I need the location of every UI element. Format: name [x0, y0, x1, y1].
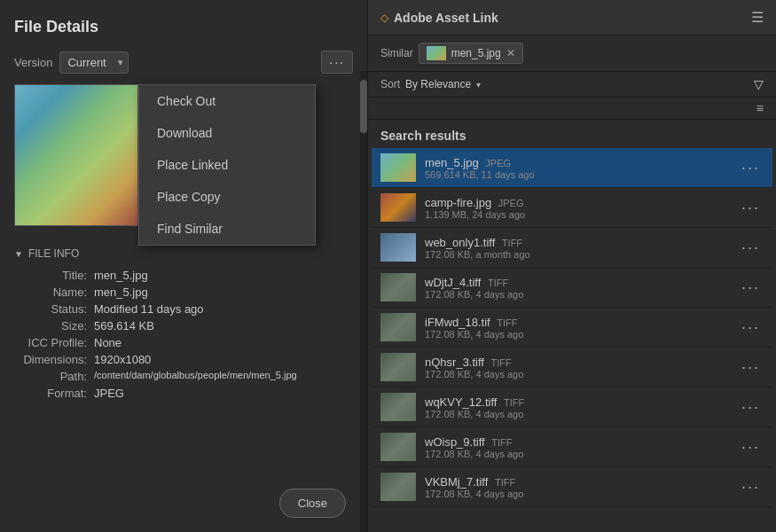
menu-item-checkout[interactable]: Check Out — [139, 85, 315, 117]
info-value: /content/dam/globalbus/people/men/men_5.… — [94, 370, 353, 383]
result-item[interactable]: wOisp_9.tiff TIFF172.08 KB, 4 days ago··… — [372, 427, 772, 467]
result-name: wqKVY_12.tiff TIFF — [425, 395, 738, 409]
result-name: VKBMj_7.tiff TIFF — [425, 475, 738, 489]
result-meta: 172.08 KB, 4 days ago — [425, 449, 738, 459]
asset-link-icon: ◇ — [380, 12, 388, 24]
menu-item-download[interactable]: Download — [139, 117, 315, 149]
scrollbar-track[interactable] — [360, 71, 367, 532]
result-info: wOisp_9.tiff TIFF172.08 KB, 4 days ago — [425, 435, 738, 459]
result-thumbnail — [380, 353, 416, 381]
result-thumbnail — [380, 433, 416, 461]
result-info: men_5.jpg JPEG569.614 KB, 11 days ago — [425, 156, 738, 180]
info-label: Path: — [14, 370, 94, 383]
result-item[interactable]: wDjtJ_4.tiff TIFF172.08 KB, 4 days ago··… — [372, 268, 772, 308]
result-info: nQhsr_3.tiff TIFF172.08 KB, 4 days ago — [425, 356, 738, 379]
version-label: Version — [14, 56, 52, 69]
left-panel: File Details Version Current ··· Check O… — [0, 0, 368, 532]
result-meta: 172.08 KB, 4 days ago — [425, 289, 738, 300]
close-button[interactable]: Close — [279, 489, 346, 518]
info-value: None — [94, 336, 353, 349]
result-info: camp-fire.jpg JPEG1.139 MB, 24 days ago — [425, 196, 738, 220]
similar-row: Similar men_5.jpg ✕ — [368, 35, 776, 72]
menu-item-find-similar[interactable]: Find Similar — [139, 213, 315, 245]
file-info-label: FILE INFO — [28, 247, 79, 260]
info-label: Format: — [14, 387, 94, 400]
similar-tag-chip: men_5.jpg ✕ — [419, 43, 523, 64]
result-more-button[interactable]: ··· — [738, 478, 764, 497]
tag-thumbnail — [427, 46, 446, 60]
file-image — [14, 84, 138, 226]
info-label: Size: — [14, 319, 94, 332]
file-info-header[interactable]: ▼ FILE INFO — [14, 247, 353, 260]
result-info: wqKVY_12.tiff TIFF172.08 KB, 4 days ago — [425, 395, 738, 419]
result-thumbnail — [380, 193, 416, 222]
menu-item-place-linked[interactable]: Place Linked — [139, 149, 315, 181]
result-meta: 172.08 KB, 4 days ago — [425, 409, 738, 419]
sort-filter-row: Sort By Relevance ▾ ▽ — [368, 72, 776, 98]
info-label: ICC Profile: — [14, 336, 94, 349]
version-select[interactable]: Current — [59, 51, 129, 74]
file-info-section: ▼ FILE INFO Title:men_5.jpgName:men_5.jp… — [14, 247, 353, 400]
info-label: Status: — [14, 302, 94, 316]
result-info: web_only1.tiff TIFF172.08 KB, a month ag… — [425, 236, 738, 260]
result-thumbnail — [380, 393, 416, 421]
sort-label: Sort — [380, 78, 400, 90]
result-item[interactable]: wqKVY_12.tiff TIFF172.08 KB, 4 days ago·… — [372, 387, 772, 427]
info-value: JPEG — [94, 387, 353, 400]
result-more-button[interactable]: ··· — [738, 278, 764, 297]
result-name: wDjtJ_4.tiff TIFF — [425, 276, 738, 289]
result-name: wOisp_9.tiff TIFF — [425, 435, 738, 449]
info-value: 1920x1080 — [94, 353, 353, 366]
collapse-arrow: ▼ — [14, 249, 23, 259]
right-panel-title: Adobe Asset Link — [394, 11, 498, 25]
result-name: web_only1.tiff TIFF — [425, 236, 738, 249]
result-item[interactable]: camp-fire.jpg JPEG1.139 MB, 24 days ago·… — [372, 188, 772, 228]
result-more-button[interactable]: ··· — [738, 398, 764, 417]
result-thumbnail — [380, 473, 416, 501]
result-more-button[interactable]: ··· — [738, 239, 764, 257]
result-meta: 569.614 KB, 11 days ago — [425, 169, 738, 180]
result-meta: 172.08 KB, 4 days ago — [425, 329, 738, 340]
result-more-button[interactable]: ··· — [738, 159, 764, 177]
filter-icon[interactable]: ▽ — [754, 77, 764, 91]
info-value: Modified 11 days ago — [94, 302, 353, 316]
right-panel: ◇ Adobe Asset Link ☰ Similar men_5.jpg ✕… — [368, 0, 776, 532]
more-options-button[interactable]: ··· — [321, 51, 353, 74]
sort-chevron-icon: ▾ — [476, 80, 481, 90]
panel-header-left: ◇ Adobe Asset Link — [380, 11, 498, 25]
result-more-button[interactable]: ··· — [738, 438, 764, 457]
version-row: Version Current ··· — [14, 51, 353, 74]
search-results-header: Search results — [368, 120, 776, 148]
tag-close-button[interactable]: ✕ — [506, 47, 515, 59]
scrollbar-thumb[interactable] — [360, 80, 367, 133]
info-label: Title: — [14, 269, 94, 282]
result-item[interactable]: web_only1.tiff TIFF172.08 KB, a month ag… — [372, 228, 772, 268]
sort-left: Sort By Relevance ▾ — [380, 78, 481, 90]
result-more-button[interactable]: ··· — [738, 318, 764, 337]
menu-item-place-copy[interactable]: Place Copy — [139, 181, 315, 213]
file-info-grid: Title:men_5.jpgName:men_5.jpgStatus:Modi… — [14, 269, 353, 400]
result-info: iFMwd_18.tif TIFF172.08 KB, 4 days ago — [425, 316, 738, 340]
list-view-toggle-icon[interactable]: ≡ — [756, 101, 764, 115]
result-item[interactable]: iFMwd_18.tif TIFF172.08 KB, 4 days ago··… — [372, 308, 772, 348]
result-thumbnail — [380, 233, 416, 262]
result-more-button[interactable]: ··· — [738, 199, 764, 217]
similar-label: Similar — [380, 47, 413, 59]
result-thumbnail — [380, 313, 416, 341]
info-value: men_5.jpg — [94, 286, 353, 299]
info-value: men_5.jpg — [94, 269, 353, 282]
result-item[interactable]: nQhsr_3.tiff TIFF172.08 KB, 4 days ago··… — [372, 348, 772, 387]
tag-filename: men_5.jpg — [451, 47, 501, 59]
result-meta: 172.08 KB, 4 days ago — [425, 369, 738, 379]
result-thumbnail — [380, 153, 416, 182]
info-value: 569.614 KB — [94, 319, 353, 332]
sort-value[interactable]: By Relevance — [405, 78, 471, 90]
result-item[interactable]: VKBMj_7.tiff TIFF172.08 KB, 4 days ago··… — [372, 467, 772, 507]
hamburger-menu-icon[interactable]: ☰ — [751, 9, 764, 26]
right-panel-header: ◇ Adobe Asset Link ☰ — [368, 0, 776, 35]
context-menu: Check Out Download Place Linked Place Co… — [138, 84, 316, 246]
result-item[interactable]: men_5.jpg JPEG569.614 KB, 11 days ago··· — [372, 148, 772, 188]
result-more-button[interactable]: ··· — [738, 358, 764, 377]
result-meta: 172.08 KB, 4 days ago — [425, 489, 738, 499]
version-select-wrapper: Current — [59, 51, 129, 74]
